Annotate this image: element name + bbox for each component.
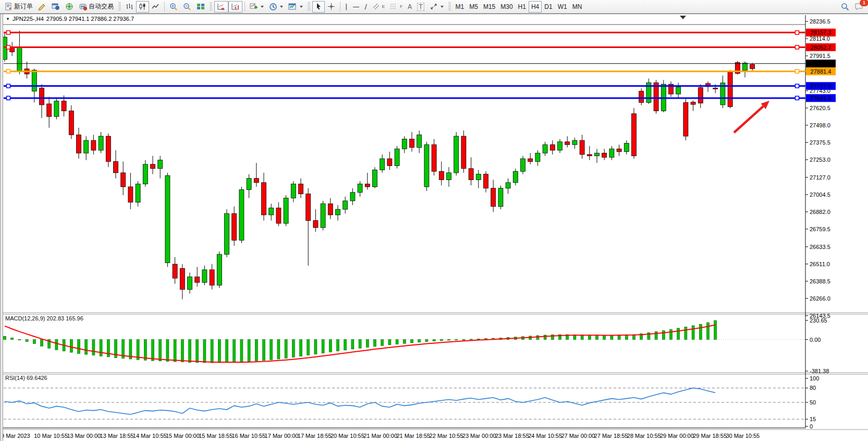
equidistant-channel-button[interactable]: E [370,1,387,13]
timeframe-m30-button[interactable]: M30 [498,1,515,13]
macd-histogram-bar [329,340,332,352]
timeframe-mn-button[interactable]: MN [570,1,585,13]
chart-canvas[interactable]: 28236.528114.027991.527869.027743.027620… [0,14,868,441]
line-handle [796,84,799,88]
line-chart-button[interactable] [149,1,162,13]
timeframe-d1-button[interactable]: D1 [542,1,555,13]
candle-body [247,178,251,190]
arrows-button[interactable] [427,1,446,13]
macd-histogram-bar [477,339,480,339]
candle-body [365,184,370,187]
notifications-button[interactable]: 1 [852,1,866,13]
timeframe-m15-button[interactable]: M15 [481,1,498,13]
notification-count-badge: 1 [860,0,868,6]
macd-histogram-bar [322,340,324,353]
time-axis-label: 9 Mar 2023 [1,433,30,439]
timeframe-m1-button[interactable]: M1 [453,1,467,13]
candle-body [313,221,318,228]
time-axis-label: 27 Mar 18:55 [594,433,628,439]
fibonacci-button[interactable]: F [387,1,405,13]
macd-histogram-bar [714,320,717,339]
macd-histogram-bar [159,340,162,361]
toolbar-grip[interactable] [448,2,451,11]
time-axis-label: 14 Mar 10:55 [133,433,167,439]
candle-body [424,145,429,187]
candle-body [343,201,348,209]
candle-body [454,136,459,173]
rsi-tick-label: 15 [810,416,816,422]
toolbar-grip[interactable] [308,2,310,11]
candlestick-chart-button[interactable] [136,1,149,13]
metaeditor-button[interactable] [35,1,49,13]
indicators-icon [250,3,258,10]
macd-histogram-bar [41,340,43,347]
macd-histogram-bar [166,340,169,362]
macd-histogram-bar [536,336,539,340]
macd-histogram-bar [381,340,384,346]
horizontal-line-button[interactable]: — [350,1,362,13]
candle-body [595,153,600,156]
macd-histogram-bar [211,340,213,363]
macd-histogram-bar [366,340,369,348]
candle-body [350,193,355,201]
auto-scroll-button[interactable] [214,1,228,13]
timeframe-h4-button[interactable]: H4 [529,1,542,13]
text-button[interactable]: A [405,1,414,13]
candle-body [432,145,436,171]
vertical-line-button[interactable]: | [343,1,350,13]
clock-icon [269,3,277,11]
collapse-triangle-icon: ▼ [6,17,10,21]
templates-button[interactable] [286,1,305,13]
zoom-in-button[interactable] [167,1,180,13]
time-axis-label: 15 Mar 00:00 [166,433,200,439]
candle-body [128,187,133,202]
cursor-button[interactable] [312,1,325,13]
toolbar-grip[interactable] [210,2,212,11]
timeframe-label: W1 [558,3,567,10]
timeframe-h1-button[interactable]: H1 [516,1,529,13]
metaeditor-icon [38,3,46,10]
candlestick-chart-icon [139,3,146,10]
timeframe-label: MN [572,3,582,10]
timeframe-w1-button[interactable]: W1 [555,1,570,13]
zoom-out-button[interactable] [180,1,194,13]
chart-shift-icon [231,3,240,10]
candle-body [439,171,444,180]
trendline-button[interactable]: / [362,1,369,13]
rsi-tick-label: 80 [810,385,816,391]
line-handle [7,45,10,49]
candle-body [136,184,140,202]
candle-body [728,72,732,107]
auto-trading-button[interactable]: 自动交易 [76,1,116,13]
macd-histogram-bar [448,340,450,340]
price-tick-label: 27253.0 [810,157,830,163]
chart-symbol-label[interactable]: ▼ JPN225-,H4 27905.9 27941.1 27886.2 279… [6,16,134,22]
search-button[interactable] [838,1,852,13]
text-label-button[interactable]: T [414,1,426,13]
candle-body [528,159,533,161]
crosshair-button[interactable] [325,1,338,13]
bar-chart-button[interactable] [123,1,136,13]
periods-button[interactable] [266,1,286,13]
macd-histogram-bar [307,340,310,355]
timeframe-label: H4 [531,3,539,10]
timeframe-m5-button[interactable]: M5 [467,1,481,13]
indicators-button[interactable] [247,1,266,13]
macd-histogram-bar [344,340,347,350]
navigator-icon [65,3,74,10]
timeframe-label: M1 [456,3,464,10]
candle-body [158,160,163,169]
data-window-button[interactable] [49,1,63,13]
chart-shift-button[interactable] [228,1,242,13]
candle-body [239,189,244,240]
toolbar-grip[interactable] [118,2,121,11]
dropdown-caret-icon [261,6,264,8]
macd-histogram-bar [351,340,354,349]
tile-windows-button[interactable] [194,1,207,13]
crosshair-icon [327,3,335,10]
navigator-button[interactable] [63,1,76,13]
time-axis-label: 23 Mar 18:55 [495,433,529,439]
text-icon: A [408,3,412,10]
macd-histogram-bar [226,340,228,363]
new-order-button[interactable]: 新订单 [2,1,35,13]
